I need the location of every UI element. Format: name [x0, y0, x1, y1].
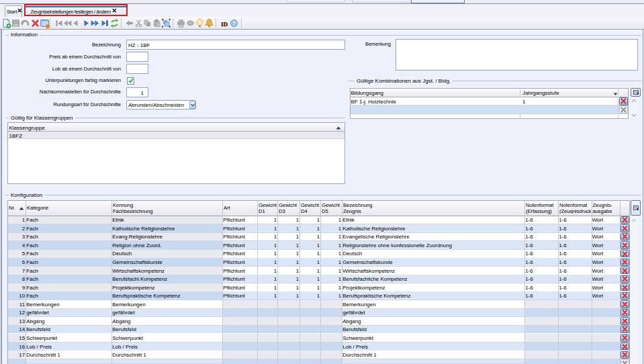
- svg-text:?: ?: [232, 21, 235, 26]
